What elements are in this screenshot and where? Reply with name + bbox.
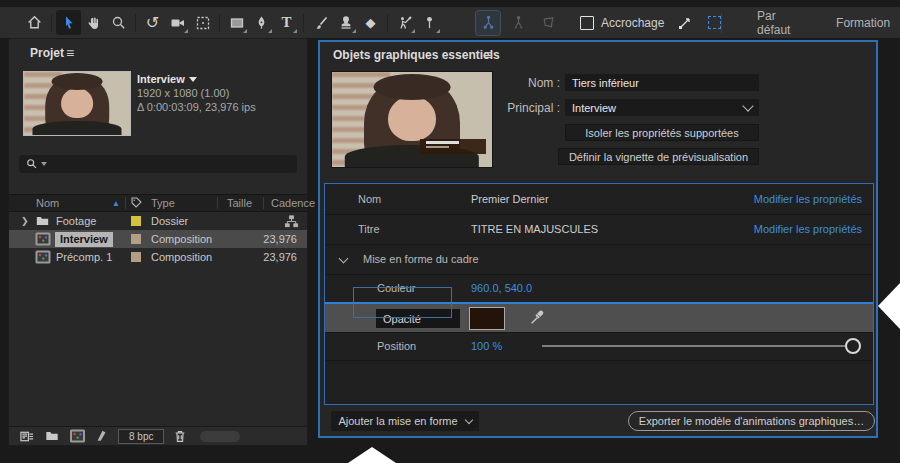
type-icon: T — [281, 14, 291, 31]
position-coordinates-value[interactable]: 960.0, 540.0 — [471, 282, 532, 294]
trash-icon[interactable] — [173, 429, 187, 444]
type-tool-button[interactable]: T — [274, 10, 299, 35]
item-cadence: 23,976 — [263, 251, 297, 263]
group-row-mise-en-forme[interactable]: Mise en forme du cadre — [325, 244, 873, 275]
item-type: Composition — [151, 233, 212, 245]
column-header-nom[interactable]: Nom — [36, 197, 59, 209]
project-table-header: Nom ▲ Type Taille Cadence — [9, 194, 307, 212]
label-color-swatch[interactable] — [131, 234, 141, 244]
table-row-precomp[interactable]: Précomp. 1 Composition 23,976 — [9, 248, 307, 266]
essential-graphics-menu-icon[interactable]: ≡ — [484, 47, 492, 63]
add-formatting-dropdown-button[interactable]: Ajouter la mise en forme — [331, 411, 479, 431]
home-tool-button[interactable] — [22, 10, 47, 35]
snapping-checkbox[interactable] — [580, 16, 594, 30]
adjustments-icon[interactable] — [95, 429, 109, 443]
snapping-label: Accrochage — [601, 16, 664, 30]
composition-icon — [35, 250, 51, 264]
isolate-properties-button[interactable]: Isoler les propriétés supportées — [565, 124, 759, 141]
project-panel-menu-icon[interactable]: ≡ — [66, 45, 74, 61]
label-column-icon[interactable] — [130, 196, 143, 209]
chevron-down-icon — [464, 415, 472, 423]
slider-percent-value[interactable]: 100 % — [471, 340, 502, 352]
group-label: Mise en forme du cadre — [363, 253, 479, 265]
rectangle-icon — [229, 15, 245, 31]
column-header-type[interactable]: Type — [151, 197, 175, 209]
puppet-position-pin-button[interactable] — [476, 11, 500, 35]
puppet-position-pin-icon — [481, 15, 496, 30]
annotation-arrow-up — [348, 447, 396, 463]
preview-duration: Δ 0:00:03:09, 23,976 ips — [137, 100, 256, 114]
rotate-icon: ↺ — [146, 15, 159, 31]
item-type: Dossier — [151, 215, 188, 227]
property-row-titre[interactable]: Titre TITRE EN MAJUSCULES Modifier les p… — [325, 214, 873, 245]
new-composition-icon[interactable] — [69, 429, 86, 443]
property-row-position[interactable]: Position 100 % — [325, 332, 873, 361]
set-poster-frame-button[interactable]: Définir la vignette de prévisualisation — [558, 148, 759, 165]
property-value[interactable]: TITRE EN MAJUSCULES — [471, 223, 598, 235]
puppet-advanced-pin-button[interactable] — [536, 11, 560, 35]
project-tab[interactable]: Projet — [30, 46, 64, 60]
interpret-footage-icon[interactable] — [19, 429, 35, 444]
rotate-tool-button[interactable]: ↺ — [140, 10, 165, 35]
eyedropper-icon[interactable] — [529, 309, 546, 326]
workspace-bar: Par défaut Formation U — [721, 7, 900, 38]
zoom-tool-button[interactable] — [106, 10, 131, 35]
sort-ascending-icon[interactable]: ▲ — [112, 199, 120, 208]
selection-tool-button[interactable] — [56, 10, 81, 35]
position-slider-handle[interactable] — [845, 338, 861, 354]
camera-tool-button[interactable] — [165, 10, 190, 35]
name-field-label: Nom : — [460, 76, 560, 90]
label-color-swatch[interactable] — [131, 216, 141, 226]
workspace-tab-formation[interactable]: Formation — [815, 16, 900, 30]
pen-tool-button[interactable] — [249, 10, 274, 35]
portrait-face — [61, 88, 93, 118]
column-header-taille[interactable]: Taille — [227, 197, 252, 209]
export-motion-graphics-template-button[interactable]: Exporter le modèle d'animations graphiqu… — [628, 411, 875, 431]
puppet-pin-tool-button[interactable] — [417, 10, 442, 35]
template-properties-list: Nom Premier Dernier Modifier les proprié… — [324, 183, 874, 405]
preview-dropdown-icon[interactable] — [189, 77, 197, 82]
roto-brush-icon — [397, 15, 413, 31]
snap-along-edges-icon — [677, 15, 693, 31]
toolbar-separator — [387, 14, 388, 32]
expand-chevron-icon[interactable]: ❯ — [21, 216, 29, 226]
roto-brush-tool-button[interactable] — [392, 10, 417, 35]
table-row-footage[interactable]: ❯ Footage Dossier — [9, 212, 307, 230]
search-options-caret-icon[interactable] — [41, 162, 47, 166]
workspace-tab-par-defaut[interactable]: Par défaut — [736, 9, 815, 37]
shape-tool-button[interactable] — [224, 10, 249, 35]
column-header-cadence[interactable]: Cadence — [271, 197, 315, 209]
item-name: Footage — [56, 215, 96, 227]
eraser-icon: ◆ — [366, 16, 376, 29]
color-swatch[interactable] — [469, 307, 505, 330]
dependencies-network-icon[interactable] — [284, 214, 299, 229]
essential-graphics-panel: Objets graphiques essentiels ≡ Nom : Tie… — [318, 40, 878, 438]
project-footer-bar: 8 bpc — [9, 426, 307, 445]
position-slider-track[interactable] — [542, 345, 851, 347]
new-folder-icon[interactable] — [44, 429, 60, 443]
brush-tool-button[interactable] — [308, 10, 333, 35]
hand-tool-button[interactable] — [81, 10, 106, 35]
edit-properties-link[interactable]: Modifier les propriétés — [754, 223, 862, 235]
essential-graphics-tab[interactable]: Objets graphiques essentiels — [333, 48, 500, 62]
stamp-icon — [338, 15, 354, 31]
stamp-tool-button[interactable] — [333, 10, 358, 35]
template-name-input[interactable]: Tiers inférieur — [565, 74, 759, 91]
property-value[interactable]: Premier Dernier — [471, 193, 549, 205]
master-composition-select[interactable]: Interview — [565, 99, 759, 116]
horizontal-scrollbar-thumb[interactable] — [200, 431, 240, 442]
project-search-input[interactable] — [19, 155, 297, 173]
property-row-nom[interactable]: Nom Premier Dernier Modifier les proprié… — [325, 184, 873, 215]
chevron-down-icon — [742, 100, 753, 111]
bit-depth-button[interactable]: 8 bpc — [118, 429, 164, 444]
collapse-chevron-icon[interactable] — [339, 254, 349, 264]
edit-properties-link[interactable]: Modifier les propriétés — [754, 193, 862, 205]
puppet-bend-pin-button[interactable] — [506, 11, 530, 35]
item-cadence: 23,976 — [263, 233, 297, 245]
portrait-bangs — [52, 73, 103, 90]
table-row-interview[interactable]: Interview Composition 23,976 — [9, 230, 307, 248]
label-color-swatch[interactable] — [131, 252, 141, 262]
pan-behind-icon — [195, 15, 211, 31]
pan-behind-tool-button[interactable] — [190, 10, 215, 35]
eraser-tool-button[interactable]: ◆ — [358, 10, 383, 35]
